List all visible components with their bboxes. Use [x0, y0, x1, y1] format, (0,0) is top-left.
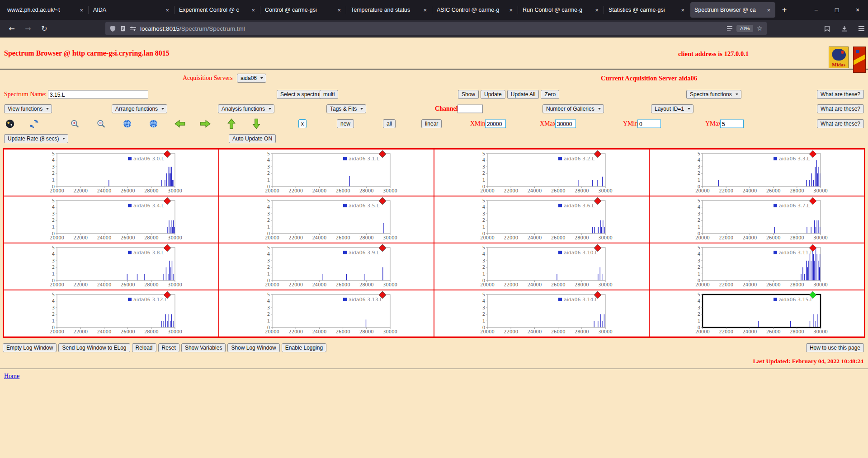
- spectrum-cell[interactable]: 012345200002200024000260002800030000aida…: [434, 149, 649, 196]
- spectrum-cell[interactable]: 012345200002200024000260002800030000aida…: [4, 290, 219, 337]
- spectrum-cell[interactable]: 012345200002200024000260002800030000aida…: [434, 290, 649, 337]
- ymax-input[interactable]: [720, 120, 744, 128]
- new-button[interactable]: new: [337, 119, 354, 128]
- arrow-left-icon[interactable]: [174, 119, 186, 128]
- new-tab-button[interactable]: +: [778, 3, 791, 17]
- browser-tab[interactable]: Run Control @ carme-g×: [519, 2, 604, 18]
- forward-button[interactable]: →: [21, 22, 35, 35]
- x-button[interactable]: x: [298, 119, 307, 128]
- download-icon[interactable]: [837, 22, 851, 35]
- spectrum-cell[interactable]: 012345200002200024000260002800030000aida…: [219, 243, 434, 290]
- tcl-logo[interactable]: [853, 47, 866, 73]
- spectrum-cell[interactable]: 012345200002200024000260002800030000aida…: [219, 149, 434, 196]
- arrow-right-icon[interactable]: [199, 119, 211, 128]
- footer-button[interactable]: Show Variables: [181, 343, 226, 352]
- tab-close-icon[interactable]: ×: [594, 7, 599, 14]
- browser-tab[interactable]: Spectrum Browser @ ca×: [690, 2, 775, 18]
- browser-tab[interactable]: Temperature and status×: [347, 2, 432, 18]
- tab-close-icon[interactable]: ×: [508, 7, 514, 14]
- page-info-icon[interactable]: [120, 25, 126, 32]
- gallery-icon[interactable]: [5, 119, 15, 129]
- multi-button[interactable]: multi: [320, 90, 338, 99]
- refresh-icon[interactable]: [29, 119, 39, 129]
- arrange-functions-dropdown[interactable]: Arrange functions: [112, 104, 167, 113]
- linear-button[interactable]: linear: [421, 119, 442, 128]
- acquisition-server-select[interactable]: aida06: [237, 74, 266, 83]
- globe-icon-2[interactable]: [149, 119, 158, 129]
- update-rate-dropdown[interactable]: Update Rate (8 secs): [4, 134, 68, 143]
- all-button[interactable]: all: [383, 119, 396, 128]
- view-functions-dropdown[interactable]: View functions: [4, 104, 52, 113]
- arrow-up-icon[interactable]: [227, 118, 236, 130]
- zero-button[interactable]: Zero: [541, 90, 559, 99]
- browser-tab[interactable]: AIDA×: [89, 2, 174, 18]
- xmin-input[interactable]: [485, 120, 506, 128]
- menu-icon[interactable]: [854, 22, 868, 35]
- ymin-input[interactable]: [637, 120, 661, 128]
- update-button[interactable]: Update: [481, 90, 505, 99]
- spectrum-cell[interactable]: 012345200002200024000260002800030000aida…: [219, 290, 434, 337]
- spectrum-cell[interactable]: 012345200002200024000260002800030000aida…: [219, 196, 434, 243]
- spectrum-cell[interactable]: 012345200002200024000260002800030000aida…: [649, 243, 864, 290]
- analysis-functions-dropdown[interactable]: Analysis functions: [218, 104, 274, 113]
- spectrum-cell[interactable]: 012345200002200024000260002800030000aida…: [434, 243, 649, 290]
- channel-input[interactable]: [458, 105, 483, 113]
- back-button[interactable]: ←: [5, 22, 19, 35]
- tags-fits-dropdown[interactable]: Tags & Fits: [326, 104, 366, 113]
- tab-close-icon[interactable]: ×: [766, 7, 771, 14]
- what-are-these-button-3[interactable]: What are these?: [817, 119, 864, 128]
- reader-view-icon[interactable]: [726, 26, 733, 32]
- xmax-input[interactable]: [555, 120, 576, 128]
- footer-button[interactable]: Send Log Window to ELog: [58, 343, 130, 352]
- auto-update-button[interactable]: Auto Update ON: [229, 134, 276, 143]
- zoom-in-icon[interactable]: [70, 119, 80, 129]
- arrow-down-icon[interactable]: [252, 118, 261, 130]
- midas-logo[interactable]: Midas: [829, 47, 849, 68]
- spectrum-name-input[interactable]: [48, 90, 148, 99]
- spectrum-cell[interactable]: 012345200002200024000260002800030000aida…: [4, 243, 219, 290]
- spectrum-cell[interactable]: 012345200002200024000260002800030000aida…: [649, 149, 864, 196]
- maximize-button[interactable]: □: [826, 0, 847, 20]
- spectrum-cell[interactable]: 012345200002200024000260002800030000aida…: [434, 196, 649, 243]
- tab-close-icon[interactable]: ×: [422, 7, 428, 14]
- tab-close-icon[interactable]: ×: [250, 7, 256, 14]
- tab-close-icon[interactable]: ×: [165, 7, 170, 14]
- browser-tab[interactable]: Experiment Control @ c×: [175, 2, 260, 18]
- browser-tab[interactable]: www2.ph.ed.ac.uk/~t×: [3, 2, 88, 18]
- show-button[interactable]: Show: [458, 90, 479, 99]
- spectrum-cell[interactable]: 012345200002200024000260002800030000aida…: [649, 290, 864, 337]
- tab-close-icon[interactable]: ×: [680, 7, 685, 14]
- how-to-use-button[interactable]: How to use this page: [806, 343, 864, 352]
- shield-icon[interactable]: [109, 25, 116, 32]
- what-are-these-button-2[interactable]: What are these?: [817, 104, 864, 113]
- footer-button[interactable]: Empty Log Window: [3, 343, 57, 352]
- reload-button[interactable]: ↻: [37, 22, 52, 35]
- update-all-button[interactable]: Update All: [507, 90, 539, 99]
- spectrum-cell[interactable]: 012345200002200024000260002800030000aida…: [4, 149, 219, 196]
- footer-button[interactable]: Reset: [158, 343, 179, 352]
- zoom-out-icon[interactable]: [96, 119, 106, 129]
- tab-close-icon[interactable]: ×: [79, 7, 84, 14]
- layout-id-dropdown[interactable]: Layout ID=1: [651, 104, 693, 113]
- connection-settings-icon[interactable]: [130, 26, 137, 32]
- spectrum-cell[interactable]: 012345200002200024000260002800030000aida…: [649, 196, 864, 243]
- browser-tab[interactable]: Statistics @ carme-gsi×: [604, 2, 689, 18]
- tab-close-icon[interactable]: ×: [336, 7, 342, 14]
- number-of-galleries-dropdown[interactable]: Number of Galleries: [542, 104, 604, 113]
- spectrum-cell[interactable]: 012345200002200024000260002800030000aida…: [4, 196, 219, 243]
- zoom-indicator[interactable]: 70%: [736, 25, 753, 32]
- url-bar[interactable]: localhost:8015/Spectrum/Spectrum.tml 70%…: [105, 22, 767, 35]
- bookmark-star-icon[interactable]: ☆: [757, 24, 763, 33]
- globe-icon-1[interactable]: [123, 119, 132, 129]
- browser-tab[interactable]: Control @ carme-gsi×: [261, 2, 346, 18]
- home-link[interactable]: Home: [4, 373, 19, 380]
- save-page-icon[interactable]: [820, 22, 834, 35]
- minimize-button[interactable]: −: [806, 0, 826, 20]
- footer-button[interactable]: Reload: [132, 343, 156, 352]
- footer-button[interactable]: Enable Logging: [282, 343, 326, 352]
- spectra-functions-dropdown[interactable]: Spectra functions: [686, 90, 741, 99]
- footer-button[interactable]: Show Log Window: [227, 343, 279, 352]
- browser-tab[interactable]: ASIC Control @ carme-g×: [433, 2, 518, 18]
- close-button[interactable]: ×: [847, 0, 868, 20]
- what-are-these-button-1[interactable]: What are these?: [817, 90, 864, 99]
